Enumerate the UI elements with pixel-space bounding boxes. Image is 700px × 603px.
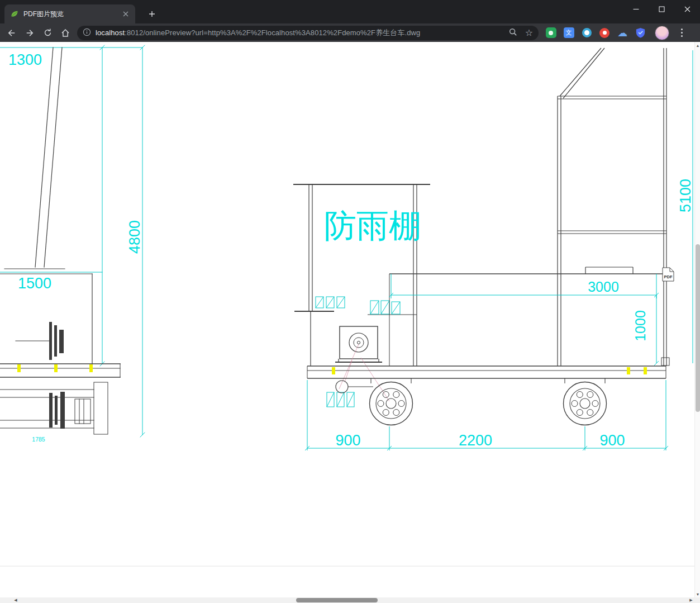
dimension-labels: 1300 4800 1500 1785 5100 3000 1000 900 2… xyxy=(8,51,694,449)
dim-2200: 2200 xyxy=(459,432,492,449)
spring-leaf-favicon xyxy=(10,10,19,18)
site-info-icon[interactable] xyxy=(83,28,91,38)
left-elevation xyxy=(0,45,145,437)
extension-ring-icon[interactable] xyxy=(580,26,593,40)
dim-1300: 1300 xyxy=(8,51,42,68)
dim-5100: 5100 xyxy=(677,179,694,212)
scroll-left-arrow[interactable]: ◀ xyxy=(12,597,19,603)
home-button[interactable] xyxy=(58,26,73,40)
dim-1785: 1785 xyxy=(32,436,45,443)
dim-3000: 3000 xyxy=(588,279,619,295)
dim-900-rear: 900 xyxy=(599,432,625,449)
right-wheel xyxy=(564,382,607,425)
scroll-right-arrow[interactable]: ▶ xyxy=(688,597,694,603)
dim-1000: 1000 xyxy=(632,310,648,341)
profile-avatar[interactable] xyxy=(655,26,669,40)
horizontal-scrollbar[interactable]: ◀ ▶ xyxy=(0,597,694,603)
url-host: localhost xyxy=(96,29,125,37)
cloud-icon[interactable]: ☁ xyxy=(616,26,629,40)
forward-button[interactable] xyxy=(22,26,37,40)
zoom-icon[interactable] xyxy=(508,27,517,38)
url-path: :8012/onlinePreview?url=http%3A%2F%2Floc… xyxy=(125,29,420,37)
tab-close-icon[interactable] xyxy=(121,9,131,19)
scrollbar-corner xyxy=(694,597,700,603)
dim-4800: 4800 xyxy=(126,220,143,254)
window-minimize-button[interactable] xyxy=(623,0,649,18)
browser-tab[interactable]: PDF图片预览 xyxy=(4,4,135,23)
new-tab-button[interactable] xyxy=(146,8,158,20)
scroll-up-arrow[interactable]: ▲ xyxy=(695,42,700,49)
tab-title: PDF图片预览 xyxy=(23,10,116,19)
bookmark-star-icon[interactable]: ☆ xyxy=(525,29,533,37)
window-maximize-button[interactable] xyxy=(649,0,674,18)
shield-icon[interactable] xyxy=(634,26,647,40)
browser-navbar: localhost:8012/onlinePreview?url=http%3A… xyxy=(0,23,700,42)
extension-green-icon[interactable] xyxy=(544,26,558,40)
dwg-preview-area: 1300 4800 1500 1785 5100 3000 1000 900 2… xyxy=(0,42,694,597)
vertical-scroll-thumb[interactable] xyxy=(696,244,700,412)
dim-900-front: 900 xyxy=(335,432,360,449)
pdf-badge-text: PDF xyxy=(664,274,673,279)
url-text: localhost:8012/onlinePreview?url=http%3A… xyxy=(96,28,504,38)
browser-titlebar: PDF图片预览 xyxy=(0,0,700,23)
reload-button[interactable] xyxy=(40,26,55,40)
scroll-down-arrow[interactable]: ▼ xyxy=(695,591,700,597)
menu-kebab-icon[interactable] xyxy=(676,26,687,40)
address-bar[interactable]: localhost:8012/onlinePreview?url=http%3A… xyxy=(77,26,539,40)
vertical-scrollbar[interactable]: ▲ ▼ xyxy=(694,42,700,597)
pdf-file-icon: PDF xyxy=(663,268,674,281)
rain-shelter-label: 防雨棚 xyxy=(324,207,421,244)
translate-icon[interactable]: 文 xyxy=(562,26,575,40)
left-wheel xyxy=(370,382,413,425)
dim-1500: 1500 xyxy=(18,275,51,292)
window-close-button[interactable] xyxy=(674,0,700,18)
horizontal-scroll-thumb[interactable] xyxy=(296,598,378,602)
cad-drawing-canvas: 1300 4800 1500 1785 5100 3000 1000 900 2… xyxy=(0,42,694,597)
extension-red-icon[interactable] xyxy=(598,26,611,40)
back-button[interactable] xyxy=(4,26,19,40)
window-controls xyxy=(623,0,700,18)
